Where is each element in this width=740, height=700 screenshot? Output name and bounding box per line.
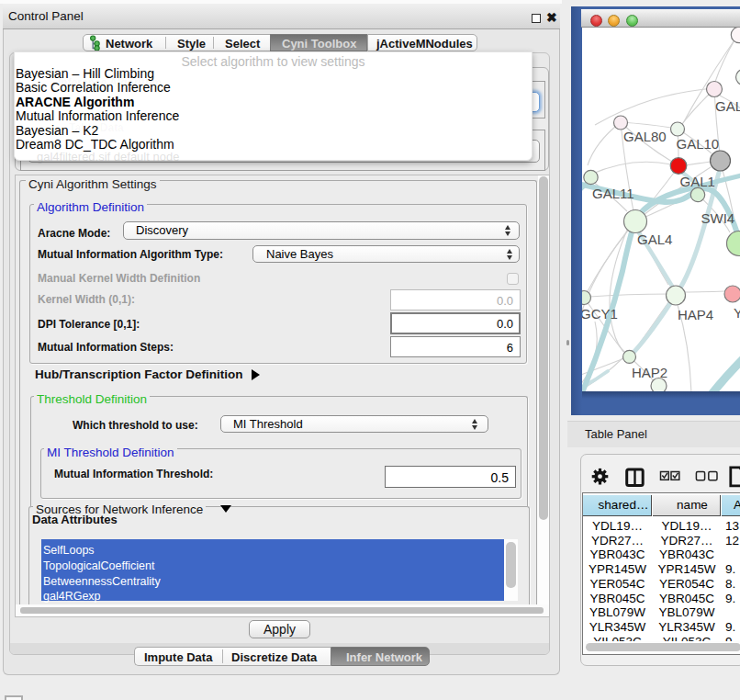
svg-text:GAL10: GAL10 — [677, 136, 720, 152]
svg-text:SWI4: SWI4 — [701, 210, 735, 226]
svg-text:GAL1: GAL1 — [680, 174, 715, 189]
svg-text:HAP4: HAP4 — [678, 307, 713, 322]
svg-text:Y: Y — [734, 305, 740, 321]
svg-text:GAL4: GAL4 — [637, 231, 672, 247]
svg-text:GCY1: GCY1 — [582, 306, 618, 322]
svg-text:HAP2: HAP2 — [632, 365, 667, 380]
svg-text:GAL11: GAL11 — [592, 186, 634, 201]
svg-text:GAL80: GAL80 — [623, 129, 667, 144]
svg-text:GAL: GAL — [715, 98, 740, 114]
